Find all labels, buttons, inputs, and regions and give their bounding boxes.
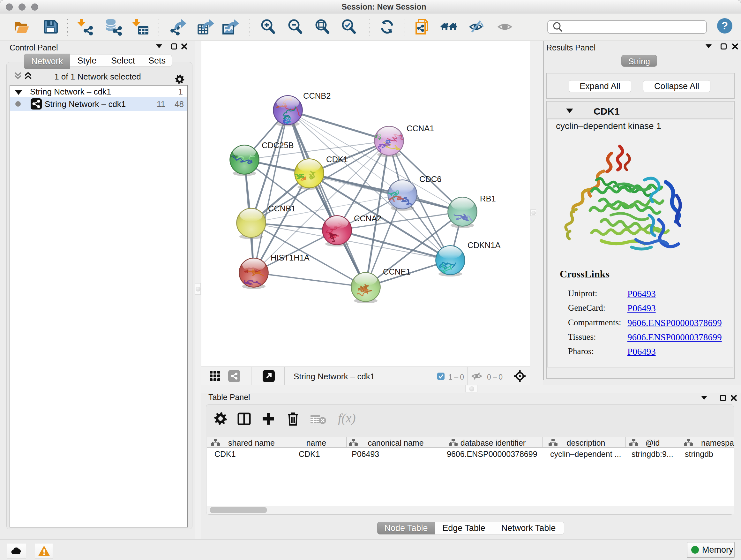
svg-text:CCNB2: CCNB2 xyxy=(303,91,331,100)
svg-text:CDC6: CDC6 xyxy=(419,175,441,184)
svg-text:CDK1: CDK1 xyxy=(326,155,348,164)
svg-text:?: ? xyxy=(722,19,728,32)
svg-text:HIST1H1A: HIST1H1A xyxy=(271,253,310,262)
svg-text:CCNE1: CCNE1 xyxy=(383,267,410,276)
svg-text:CCNA1: CCNA1 xyxy=(407,124,434,133)
svg-text:CDKN1A: CDKN1A xyxy=(468,241,500,250)
svg-text:RB1: RB1 xyxy=(480,194,496,203)
svg-text:CDC25B: CDC25B xyxy=(262,141,294,150)
svg-text:CCNA2: CCNA2 xyxy=(354,214,381,223)
svg-text:CCNB1: CCNB1 xyxy=(268,204,295,213)
